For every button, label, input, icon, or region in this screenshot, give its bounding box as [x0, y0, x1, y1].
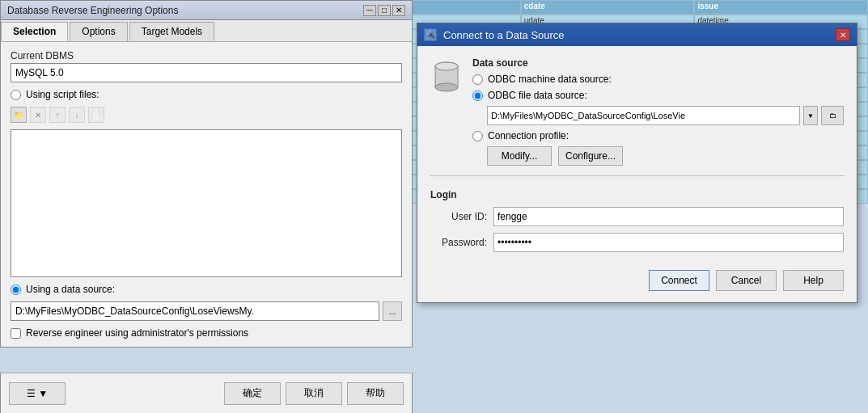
titlebar-controls: ─ □ ✕	[363, 5, 405, 16]
dialog-body: Data source ODBC machine data source: OD…	[417, 46, 857, 263]
database-icon	[430, 61, 463, 93]
password-row: Password:	[430, 233, 844, 252]
browse-icon: ...	[389, 307, 396, 316]
user-id-row: User ID:	[430, 207, 844, 226]
ds-path-dropdown[interactable]: ▼	[803, 106, 818, 125]
dialog-close-button[interactable]: ✕	[836, 28, 850, 41]
login-section: Login User ID: Password:	[430, 189, 844, 252]
cancel-button-left[interactable]: 取消	[286, 382, 342, 405]
modify-configure-row: Modify... Configure...	[487, 146, 844, 166]
close-button[interactable]: ✕	[392, 5, 405, 16]
divider	[430, 175, 844, 176]
add-file-icon[interactable]: 📁	[11, 107, 27, 123]
dialog-title-left: 🔌 Connect to a Data Source	[424, 28, 565, 41]
bottom-left: ☰ ▼	[9, 382, 66, 405]
data-source-section-label: Data source	[472, 57, 844, 69]
move-down-icon[interactable]: ↓	[69, 107, 85, 123]
dialog-title: Connect to a Data Source	[443, 29, 565, 41]
modify-button[interactable]: Modify...	[487, 146, 552, 166]
connect-button[interactable]: Connect	[649, 270, 709, 291]
admin-permissions-checkbox[interactable]	[11, 328, 21, 339]
file-icon[interactable]: 📄	[88, 107, 104, 123]
ds-path-input[interactable]	[487, 106, 800, 125]
tab-options[interactable]: Options	[70, 22, 127, 41]
password-input[interactable]	[493, 233, 844, 252]
help-button-dialog[interactable]: Help	[783, 270, 844, 291]
current-dbms-section: Current DBMS	[11, 50, 402, 82]
odbc-file-radio[interactable]	[472, 91, 483, 101]
odbc-file-label: ODBC file data source:	[488, 90, 587, 101]
data-source-input[interactable]	[11, 301, 379, 321]
script-area	[11, 129, 402, 277]
password-label: Password:	[430, 237, 487, 248]
odbc-file-option: ODBC file data source:	[472, 90, 844, 101]
dialog-main-row: Data source ODBC machine data source: OD…	[430, 57, 844, 166]
maximize-button[interactable]: □	[378, 5, 391, 16]
login-section-label: Login	[430, 189, 844, 200]
tab-target-models[interactable]: Target Models	[129, 22, 214, 41]
bottom-bar: ☰ ▼ 确定 取消 帮助	[0, 373, 413, 413]
toolbar-row: 📁 ✕ ↑ ↓ 📄	[11, 107, 402, 123]
current-dbms-label: Current DBMS	[11, 50, 402, 61]
configure-button[interactable]: Configure...	[558, 146, 623, 166]
menu-icon: ☰	[27, 388, 36, 399]
left-panel-titlebar: Database Reverse Engineering Options ─ □…	[1, 1, 412, 20]
admin-permissions-row: Reverse engineer using administrator's p…	[11, 327, 402, 339]
svg-point-3	[435, 62, 458, 70]
current-dbms-input[interactable]	[11, 63, 402, 82]
ds-path-row: ▼ 🗀	[487, 106, 844, 125]
minimize-button[interactable]: ─	[363, 5, 376, 16]
odbc-machine-option: ODBC machine data source:	[472, 74, 844, 85]
move-up-icon[interactable]: ↑	[49, 107, 66, 123]
dialog-icon: 🔌	[424, 28, 437, 41]
browse-folder-icon: 🗀	[829, 112, 836, 120]
connection-profile-option: Connection profile:	[472, 130, 844, 141]
data-source-row: ...	[11, 301, 402, 321]
odbc-machine-radio[interactable]	[472, 74, 483, 85]
admin-permissions-label: Reverse engineer using administrator's p…	[26, 327, 248, 339]
data-source-section: Data source ODBC machine data source: OD…	[472, 57, 844, 166]
using-data-source-radio-row: Using a data source:	[11, 284, 402, 295]
confirm-button[interactable]: 确定	[224, 382, 281, 405]
menu-button[interactable]: ☰ ▼	[9, 382, 66, 405]
menu-dropdown-icon: ▼	[38, 388, 48, 399]
left-panel: Database Reverse Engineering Options ─ □…	[0, 0, 413, 348]
odbc-machine-label: ODBC machine data source:	[488, 74, 612, 85]
using-script-radio[interactable]	[11, 90, 21, 100]
ds-path-browse-button[interactable]: 🗀	[821, 106, 844, 125]
left-panel-title: Database Reverse Engineering Options	[7, 5, 178, 16]
dialog-titlebar: 🔌 Connect to a Data Source ✕	[417, 23, 857, 46]
cancel-button-dialog[interactable]: Cancel	[716, 270, 777, 291]
tabs-bar: Selection Options Target Models	[1, 20, 412, 42]
using-data-source-radio[interactable]	[11, 284, 21, 295]
using-data-source-label: Using a data source:	[26, 284, 115, 295]
connect-dialog: 🔌 Connect to a Data Source ✕ Data source	[417, 23, 857, 303]
dropdown-arrow-icon: ▼	[807, 112, 814, 120]
svg-point-2	[435, 83, 458, 91]
using-script-label: Using script files:	[26, 89, 100, 100]
tab-selection[interactable]: Selection	[1, 22, 68, 41]
user-id-input[interactable]	[493, 207, 844, 226]
connection-profile-radio[interactable]	[472, 131, 483, 141]
remove-icon[interactable]: ✕	[30, 107, 46, 123]
connection-profile-label: Connection profile:	[488, 130, 569, 141]
left-content: Current DBMS Using script files: 📁 ✕ ↑ ↓…	[1, 42, 412, 347]
using-script-radio-row: Using script files:	[11, 89, 402, 100]
dialog-footer: Connect Cancel Help	[417, 263, 857, 302]
data-source-browse-button[interactable]: ...	[383, 301, 402, 321]
user-id-label: User ID:	[430, 211, 487, 222]
help-button-left[interactable]: 帮助	[347, 382, 404, 405]
